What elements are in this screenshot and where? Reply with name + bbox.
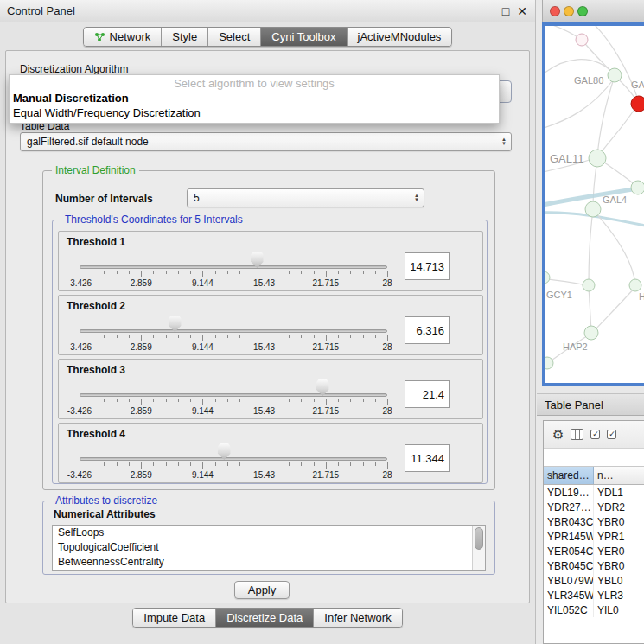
table-cell-shared-name[interactable]: YDR27… [544,500,594,514]
algorithm-option[interactable]: Equal Width/Frequency Discretization [10,105,499,120]
table-cell-name[interactable]: YDR2 [594,500,644,514]
table-data-selected: galFiltered.sif default node [27,136,149,148]
slider-track[interactable] [80,265,387,269]
threshold-slider[interactable]: -3.4262.8599.14415.4321.71528 [80,443,387,482]
scrollbar-thumb[interactable] [475,527,483,550]
tab-label: Select [219,30,250,43]
network-node[interactable] [545,271,550,284]
table-row[interactable]: YDL19… YDL1 [544,485,644,500]
table-row[interactable]: YER054C YER0 [544,544,644,558]
attributes-list-scrollbar[interactable] [472,526,485,570]
control-panel-titlebar: Control Panel □ ✕ [0,0,535,22]
table-cell-name[interactable]: YER0 [594,544,644,558]
network-node[interactable] [629,279,641,291]
float-window-icon[interactable]: □ [502,5,509,17]
close-button[interactable] [550,6,560,16]
attribute-list-item[interactable]: BetweennessCentrality [53,555,485,570]
threshold-panel: Threshold 1 -3.4262.8599.14415.4321.7152… [58,231,483,291]
zoom-button[interactable] [577,6,588,16]
network-view-frame: GAL80GAGAL11GAL4GCY1HHAP2 [542,22,644,386]
column-header-shared-name[interactable]: shared… [544,467,594,484]
algorithm-option[interactable]: Manual Discretization [10,91,499,105]
network-node[interactable] [631,181,644,194]
checkbox-icon[interactable]: ✓ [590,430,600,439]
threshold-value-field[interactable]: 21.4 [405,380,450,408]
table-row[interactable]: YBR045C YBR0 [544,558,644,573]
slider-track[interactable] [80,329,387,333]
interval-definition-title: Interval Definition [52,164,139,176]
table-cell-shared-name[interactable]: YBR043C [544,514,594,529]
threshold-value-field[interactable]: 14.713 [405,252,450,280]
table-toolbar-spacer [544,449,644,466]
number-of-intervals-combobox[interactable]: 5 ▲▼ [187,188,424,207]
tab-network[interactable]: Network [84,28,163,46]
bottom-tab-discretize-data[interactable]: Discretize Data [216,609,314,627]
close-window-icon[interactable]: ✕ [517,5,527,17]
minimize-button[interactable] [564,6,574,16]
checkbox-icon[interactable]: ✓ [607,430,616,439]
network-node[interactable] [585,201,601,217]
table-toolbar: ⚙ ✓ ✓ [544,421,644,449]
table-cell-name[interactable]: YBL0 [594,573,644,588]
slider-scale-labels: -3.4262.8599.14415.4321.71528 [80,342,387,353]
table-cell-shared-name[interactable]: YIL052C [544,603,594,617]
screen: Control Panel □ ✕ Network Style Select [0,0,644,644]
table-cell-shared-name[interactable]: YLR345W [544,588,594,603]
bottom-tabbar: Impute Data Discretize Data Infer Networ… [0,608,535,628]
table-panel: ⚙ ✓ ✓ shared… n… YDL19… YDL1 YDR27… YDR2… [543,420,644,644]
slider-track[interactable] [80,393,387,397]
network-node[interactable] [576,34,588,46]
threshold-slider[interactable]: -3.4262.8599.14415.4321.71528 [80,251,387,290]
network-node-highlighted[interactable] [631,96,644,112]
network-node[interactable] [545,357,553,369]
network-node[interactable] [584,326,598,340]
attribute-list-item[interactable]: TopologicalCoefficient [53,540,485,555]
threshold-slider[interactable]: -3.4262.8599.14415.4321.71528 [80,315,387,354]
table-cell-name[interactable]: YPR1 [594,529,644,544]
network-node[interactable] [589,150,606,167]
threshold-slider[interactable]: -3.4262.8599.14415.4321.71528 [80,379,387,418]
attributes-list[interactable]: SelfLoopsTopologicalCoefficientBetweenne… [52,525,486,571]
slider-ticks [80,399,387,405]
table-cell-name[interactable]: YLR3 [594,588,644,603]
table-cell-name[interactable]: YDL1 [594,485,644,500]
table-row[interactable]: YBL079W YBL0 [544,573,644,588]
table-cell-shared-name[interactable]: YDL19… [544,485,594,500]
network-node-label: GAL4 [603,194,627,205]
table-cell-shared-name[interactable]: YBL079W [544,573,594,588]
gear-icon[interactable]: ⚙ [552,428,564,441]
numerical-attributes-heading: Numerical Attributes [54,508,156,520]
tab-jactivemnodules[interactable]: jActiveMNodules [348,28,452,46]
table-cell-shared-name[interactable]: YER054C [544,544,594,558]
table-cell-shared-name[interactable]: YBR045C [544,558,594,573]
column-header-name[interactable]: n… [594,467,644,484]
bottom-tab-infer-network[interactable]: Infer Network [314,609,401,627]
interval-definition-group: Interval Definition Number of Intervals … [42,170,495,490]
network-canvas[interactable]: GAL80GAGAL11GAL4GCY1HHAP2 [545,26,644,383]
table-data-combobox[interactable]: galFiltered.sif default node ▲▼ [20,132,512,151]
tab-select[interactable]: Select [208,28,261,46]
table-cell-name[interactable]: YIL0 [594,603,644,617]
table-row[interactable]: YPR145W YPR1 [544,529,644,544]
threshold-label: Threshold 3 [67,364,125,376]
network-node[interactable] [608,68,622,82]
tab-cyni-toolbox[interactable]: Cyni Toolbox [261,28,347,46]
table-row[interactable]: YLR345W YLR3 [544,588,644,603]
bottom-tab-impute-data[interactable]: Impute Data [133,609,216,627]
threshold-value-field[interactable]: 6.316 [405,316,450,344]
network-node-label: H [639,291,644,302]
columns-icon[interactable] [571,429,583,440]
table-row[interactable]: YDR27… YDR2 [544,500,644,514]
threshold-value-field[interactable]: 11.344 [405,444,450,472]
table-cell-name[interactable]: YBR0 [594,558,644,573]
slider-ticks [80,271,387,277]
table-row[interactable]: YIL052C YIL0 [544,603,644,617]
attribute-list-item[interactable]: SelfLoops [53,526,485,540]
tab-style[interactable]: Style [162,28,208,46]
table-cell-shared-name[interactable]: YPR145W [544,529,594,544]
table-cell-name[interactable]: YBR0 [594,514,644,529]
apply-button[interactable]: Apply [234,581,290,599]
network-node[interactable] [583,279,595,291]
slider-track[interactable] [80,457,387,461]
table-row[interactable]: YBR043C YBR0 [544,514,644,529]
